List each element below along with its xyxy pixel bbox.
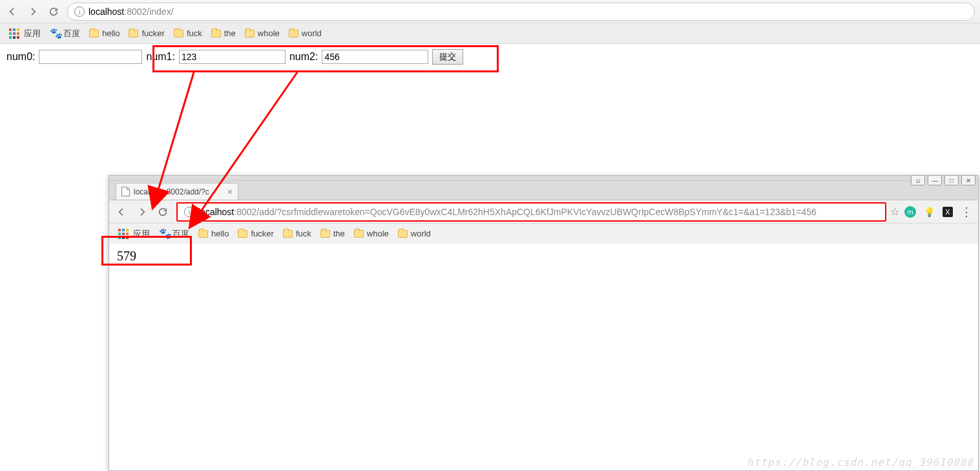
nav-toolbar-second: i localhost:8002/add/?csrfmiddlewaretoke… bbox=[109, 200, 978, 224]
address-bar-top[interactable]: i localhost:8002/index/ bbox=[67, 3, 975, 21]
back-button[interactable] bbox=[5, 5, 19, 19]
folder-icon bbox=[354, 230, 364, 238]
bookmarks-bar-top: 应用 🐾 百度 hello fucker fuck the whole worl… bbox=[0, 23, 980, 44]
bookmark-item[interactable]: the bbox=[318, 227, 348, 240]
window-controls: ☺ — □ ✕ bbox=[911, 175, 975, 185]
nav-toolbar-top: i localhost:8002/index/ bbox=[0, 0, 980, 23]
baidu-icon: 🐾 bbox=[50, 28, 60, 39]
maximize-button[interactable]: □ bbox=[944, 175, 959, 185]
bookmark-label: fuck bbox=[296, 229, 311, 238]
watermark-text: https://blog.csdn.net/qq_39610888 bbox=[747, 456, 974, 468]
menu-button[interactable]: ⋮ bbox=[961, 205, 973, 219]
page-content-second: 579 bbox=[109, 244, 978, 470]
forward-button[interactable] bbox=[26, 5, 40, 19]
num2-label: num2: bbox=[289, 51, 318, 63]
top-browser-window: i localhost:8002/index/ 应用 🐾 百度 hello fu… bbox=[0, 0, 980, 70]
bookmark-item[interactable]: whole bbox=[351, 227, 391, 240]
num1-input[interactable] bbox=[179, 50, 286, 64]
url-path: :8002/add/?csrfmiddlewaretoken=QocVG6vE8… bbox=[234, 207, 817, 217]
reload-button[interactable] bbox=[47, 5, 61, 19]
bookmark-label: fucker bbox=[251, 229, 273, 238]
folder-icon bbox=[211, 30, 221, 37]
site-info-icon[interactable]: i bbox=[74, 6, 85, 17]
apps-button[interactable]: 应用 bbox=[6, 26, 43, 41]
close-window-button[interactable]: ✕ bbox=[961, 175, 975, 185]
url-host: localhost bbox=[89, 6, 124, 17]
extension2-icon[interactable]: X bbox=[943, 207, 953, 217]
num0-label: num0: bbox=[6, 51, 35, 63]
browser-tab[interactable]: localhost:8002/add/?c × bbox=[116, 183, 238, 200]
apps-button[interactable]: 应用 bbox=[116, 227, 152, 241]
bookmark-label: hello bbox=[102, 28, 120, 38]
baidu-label: 百度 bbox=[172, 228, 189, 240]
tab-title: localhost:8002/add/?c bbox=[134, 187, 209, 196]
apps-label: 应用 bbox=[133, 228, 150, 240]
folder-icon bbox=[198, 230, 208, 238]
url-path: :8002/index/ bbox=[124, 6, 173, 17]
bookmark-item[interactable]: fuck bbox=[280, 227, 314, 240]
second-browser-window: ☺ — □ ✕ localhost:8002/add/?c × i localh… bbox=[109, 175, 979, 471]
bookmark-item[interactable]: world bbox=[286, 27, 324, 39]
profile-button[interactable]: ☺ bbox=[911, 175, 925, 185]
bookmark-item[interactable]: fucker bbox=[235, 227, 276, 240]
tab-strip: localhost:8002/add/?c × bbox=[109, 181, 978, 200]
url-host: localhost bbox=[198, 207, 234, 217]
bookmark-label: the bbox=[224, 28, 236, 38]
baidu-icon: 🐾 bbox=[159, 229, 169, 239]
folder-icon bbox=[238, 230, 247, 238]
submit-button[interactable]: 提交 bbox=[432, 49, 463, 65]
window-titlebar: ☺ — □ ✕ bbox=[109, 176, 978, 181]
bookmark-item[interactable]: hello bbox=[87, 27, 122, 39]
bookmark-label: fuck bbox=[187, 28, 202, 38]
folder-icon bbox=[283, 230, 293, 238]
num1-label: num1: bbox=[146, 51, 174, 63]
num0-input[interactable] bbox=[39, 50, 142, 64]
back-button[interactable] bbox=[114, 205, 129, 219]
tips-icon[interactable]: 💡 bbox=[924, 207, 935, 217]
site-info-icon[interactable]: i bbox=[184, 207, 194, 217]
minimize-button[interactable]: — bbox=[928, 175, 942, 185]
folder-icon bbox=[89, 30, 99, 37]
num2-input[interactable] bbox=[322, 50, 428, 64]
page-icon bbox=[121, 187, 130, 196]
toolbar-right-icons: m 💡 X ⋮ bbox=[904, 205, 973, 219]
bookmark-star-icon[interactable]: ☆ bbox=[890, 205, 899, 218]
apps-grid-icon bbox=[9, 28, 19, 39]
bookmark-item[interactable]: the bbox=[209, 27, 238, 39]
bookmark-label: hello bbox=[211, 229, 229, 238]
folder-icon bbox=[245, 30, 255, 37]
bookmark-item[interactable]: world bbox=[395, 227, 433, 240]
apps-grid-icon bbox=[118, 229, 129, 239]
extension-icon[interactable]: m bbox=[904, 206, 916, 218]
bookmark-baidu[interactable]: 🐾 百度 bbox=[47, 26, 83, 41]
folder-icon bbox=[174, 30, 183, 37]
bookmark-baidu[interactable]: 🐾 百度 bbox=[156, 227, 192, 241]
bookmark-item[interactable]: fucker bbox=[126, 27, 167, 39]
bookmark-item[interactable]: whole bbox=[242, 27, 282, 39]
forward-button[interactable] bbox=[135, 205, 149, 219]
address-bar-second[interactable]: i localhost:8002/add/?csrfmiddlewaretoke… bbox=[176, 202, 886, 222]
bookmark-label: whole bbox=[258, 28, 280, 38]
baidu-label: 百度 bbox=[63, 28, 80, 39]
bookmark-item[interactable]: fuck bbox=[171, 27, 205, 39]
bookmark-item[interactable]: hello bbox=[196, 227, 231, 240]
folder-icon bbox=[129, 30, 138, 37]
apps-label: 应用 bbox=[24, 28, 41, 39]
reload-button[interactable] bbox=[156, 205, 170, 219]
bookmark-label: whole bbox=[367, 229, 389, 238]
bookmark-label: world bbox=[302, 28, 322, 38]
folder-icon bbox=[289, 30, 298, 37]
bookmark-label: world bbox=[411, 229, 431, 238]
folder-icon bbox=[398, 230, 408, 238]
page-content-top: num0: num1: num2: 提交 bbox=[0, 44, 980, 70]
result-text: 579 bbox=[117, 249, 136, 263]
bookmark-label: the bbox=[333, 229, 345, 238]
bookmark-label: fucker bbox=[141, 28, 164, 38]
folder-icon bbox=[320, 230, 330, 238]
bookmarks-bar-second: 应用 🐾 百度 hello fucker fuck the whole worl… bbox=[109, 224, 978, 244]
tab-close-icon[interactable]: × bbox=[227, 187, 233, 197]
